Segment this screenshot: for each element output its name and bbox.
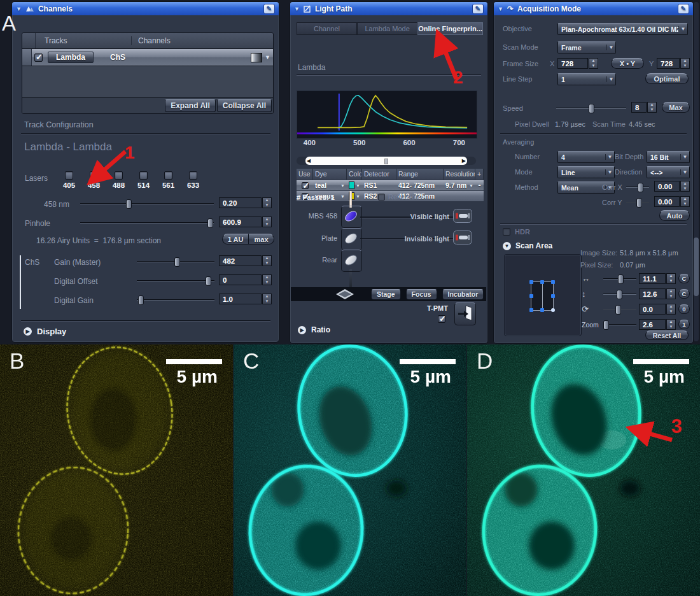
incubator-button[interactable]: Incubator <box>442 289 484 300</box>
laser-checkbox-633[interactable] <box>189 171 197 180</box>
remove-dye-button[interactable]: - <box>479 181 481 190</box>
track-name-badge[interactable]: Lambda <box>48 52 94 63</box>
zoom-reset-button[interactable]: 1 <box>678 320 690 329</box>
reflection-checkbox[interactable] <box>378 194 385 201</box>
spinner-arrows-icon[interactable]: ▲▼ <box>666 304 676 315</box>
dye-table-column-[interactable]: + <box>475 169 484 180</box>
rotation-slider[interactable] <box>603 304 636 314</box>
speed-slider[interactable] <box>556 103 626 113</box>
spinner-arrows-icon[interactable]: ▲▼ <box>680 58 690 69</box>
ratio-expander[interactable]: ▶ Ratio <box>298 325 330 334</box>
dye-color-swatch[interactable] <box>349 181 354 189</box>
laser-checkbox-514[interactable] <box>139 171 148 180</box>
collapse-chevron-icon[interactable]: ▼ <box>16 6 22 12</box>
hdr-row[interactable]: HDR <box>503 228 530 236</box>
scan-area-handle[interactable] <box>551 308 555 312</box>
xy-button[interactable]: X • Y <box>611 58 644 69</box>
spinner-arrows-icon[interactable]: ▲▼ <box>262 274 272 285</box>
expand-all-button[interactable]: Expand All <box>165 99 216 112</box>
optimal-button[interactable]: Optimal <box>645 73 689 84</box>
collapse-chevron-icon[interactable]: ▼ <box>498 6 503 12</box>
pinhole-spinbox[interactable]: 600.9▲▼ <box>219 216 272 227</box>
color-dropdown-icon[interactable]: ▼ <box>356 194 360 199</box>
scan-area-handle[interactable] <box>551 280 555 284</box>
dropdown-arrow-icon[interactable]: ▼ <box>606 45 615 50</box>
spinner-arrows-icon[interactable]: ▲▼ <box>680 196 690 207</box>
scan-area-handle[interactable] <box>540 280 544 284</box>
visible-light-lamp-icon[interactable] <box>453 209 472 225</box>
scroll-left-icon[interactable]: ◀ <box>307 158 311 164</box>
spinner-arrows-icon[interactable]: ▲▼ <box>666 288 676 299</box>
spinner-arrows-icon[interactable]: ▲▼ <box>666 319 676 330</box>
offset-y-reset-button[interactable]: C <box>678 289 690 299</box>
offset-x-spinbox[interactable]: 11.1▲▼ <box>639 273 676 284</box>
scan-area-handle[interactable] <box>540 308 544 312</box>
speed-max-button[interactable]: Max <box>662 102 690 113</box>
scan-area-expander[interactable]: ▼ Scan Area <box>503 241 552 250</box>
dropdown-arrow-icon[interactable]: ▼ <box>605 154 614 160</box>
dropdown-arrow-icon[interactable]: ▼ <box>678 26 687 32</box>
corr-x-spinbox[interactable]: 0.00▲▼ <box>654 181 690 192</box>
rear-mirror-button[interactable] <box>341 250 362 272</box>
scan-area-preview[interactable] <box>504 254 582 336</box>
tpmt-exit-button[interactable] <box>454 302 476 325</box>
tpmt-checkbox[interactable] <box>438 315 445 323</box>
reflection-checkbox-row[interactable]: Reflection <box>378 193 419 201</box>
offset-y-slider[interactable] <box>603 289 636 299</box>
rotation-reset-button[interactable]: 0 <box>678 304 690 314</box>
spectrum-range-scrollbar[interactable]: ◀ ▶ <box>297 157 476 165</box>
focus-button[interactable]: Focus <box>406 289 437 300</box>
averaging-mode-dropdown[interactable]: Line▼ <box>557 166 615 178</box>
tab-channel[interactable]: Channel <box>297 22 357 35</box>
resolution-dropdown-icon[interactable]: ▼ <box>469 183 473 188</box>
scan-area-handle[interactable] <box>529 280 533 284</box>
scan-area-handle[interactable] <box>551 294 555 298</box>
one-au-button[interactable]: 1 AU <box>222 234 249 245</box>
reset-all-button[interactable]: Reset All <box>645 330 689 340</box>
line-step-dropdown[interactable]: 1▼ <box>557 73 616 85</box>
invisible-light-lamp-icon[interactable] <box>453 231 472 247</box>
tab-lambda-mode[interactable]: Lambda Mode <box>357 22 417 35</box>
channels-panel-header[interactable]: ▼ Channels ✎ <box>12 2 279 15</box>
collapse-all-button[interactable]: Collapse All <box>217 99 272 112</box>
laser-checkbox-405[interactable] <box>65 171 73 180</box>
acquisition-panel-header[interactable]: ▼ ↷ Acquisition Mode ✎ <box>494 2 693 15</box>
spinner-arrows-icon[interactable]: ▲▼ <box>666 273 676 284</box>
offset-x-slider[interactable] <box>603 274 636 283</box>
dropdown-arrow-icon[interactable]: ▼ <box>680 169 689 175</box>
digital-gain-slider[interactable] <box>137 295 214 304</box>
channel-lut-icon[interactable] <box>251 53 262 62</box>
spinner-arrows-icon[interactable]: ▲▼ <box>647 102 657 113</box>
frame-y-spinbox[interactable]: 728▲▼ <box>657 58 690 69</box>
spinner-arrows-icon[interactable]: ▲▼ <box>589 58 598 69</box>
rotation-spinbox[interactable]: 0.0▲▼ <box>639 304 676 315</box>
spinner-arrows-icon[interactable]: ▲▼ <box>262 294 272 304</box>
display-expander[interactable]: ▶ Display <box>24 327 66 336</box>
number-dropdown[interactable]: 4▼ <box>557 151 615 163</box>
mbs-mirror-button[interactable] <box>341 206 362 228</box>
spinner-arrows-icon[interactable]: ▲▼ <box>680 181 690 192</box>
track-row-lambda[interactable]: Lambda ChS ▼ <box>22 48 273 66</box>
channel-lut-dropdown-icon[interactable]: ▼ <box>265 54 270 60</box>
scan-area-handle[interactable] <box>529 308 533 312</box>
offset-y-spinbox[interactable]: 12.6▲▼ <box>639 288 676 299</box>
dye-row-teal[interactable]: teal▼▼RS1412- 725nm9.7 nm▼- <box>297 180 484 190</box>
track-checkbox[interactable] <box>34 53 43 62</box>
dropdown-arrow-icon[interactable]: ▼ <box>680 154 689 160</box>
laser-checkbox-561[interactable] <box>164 171 172 180</box>
scan-area-rect[interactable] <box>531 281 554 311</box>
light-path-panel-header[interactable]: ▼ Light Path ✎ <box>290 2 487 15</box>
direction-dropdown[interactable]: <-->▼ <box>647 166 690 178</box>
channels-edit-icon[interactable]: ✎ <box>263 4 275 14</box>
dropdown-arrow-icon[interactable]: ▼ <box>605 169 614 175</box>
scrollbar-thumb[interactable] <box>694 238 699 296</box>
digital-offset-slider[interactable] <box>137 276 214 285</box>
zoom-slider[interactable] <box>603 320 636 329</box>
dropdown-arrow-icon[interactable]: ▼ <box>606 76 615 82</box>
auto-button[interactable]: Auto <box>659 210 690 221</box>
collapse-chevron-icon[interactable]: ▼ <box>294 6 300 12</box>
speed-spinbox[interactable]: 8▲▼ <box>631 102 657 113</box>
corr-y-slider[interactable] <box>626 197 649 207</box>
digital-offset-spinbox[interactable]: 0▲▼ <box>219 274 272 285</box>
gain-master-spinbox[interactable]: 482▲▼ <box>219 255 272 266</box>
